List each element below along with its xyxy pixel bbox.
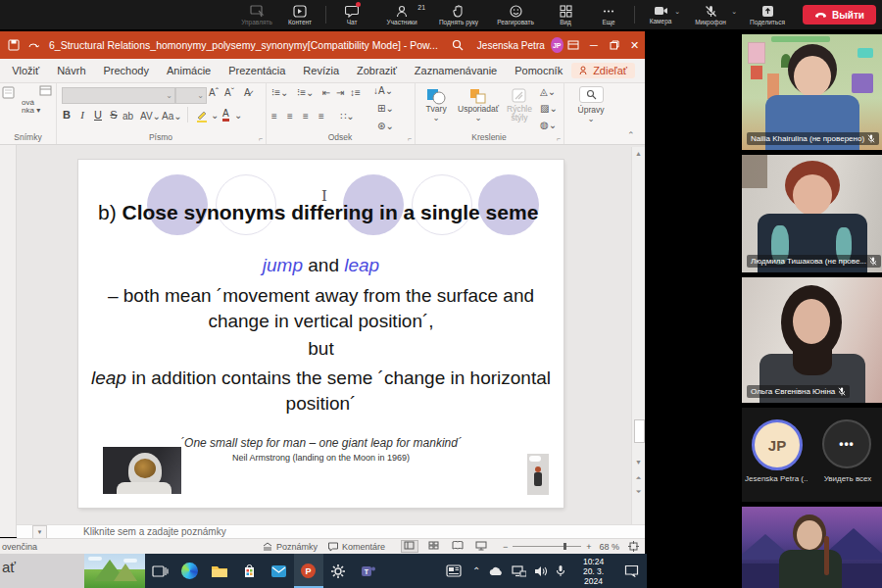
slide-title[interactable]: b) Close synonyms differing in a single … bbox=[98, 199, 549, 226]
account-name[interactable]: Jesenska Petra bbox=[477, 40, 545, 51]
widgets-news-icon[interactable] bbox=[439, 554, 468, 588]
tab-prechody[interactable]: Prechody bbox=[95, 59, 158, 83]
char-spacing-icon[interactable]: AV⌄ bbox=[140, 111, 161, 122]
underline-button[interactable]: U bbox=[91, 109, 105, 121]
video-tile-5[interactable] bbox=[742, 507, 882, 588]
tab-zaznamenavanie[interactable]: Zaznamenávanie bbox=[406, 59, 506, 83]
vertical-scrollbar[interactable]: ▲ ▼ ⏶ ⏷ bbox=[631, 147, 645, 524]
bullets-icon[interactable]: ⁝≡⌄ bbox=[271, 87, 288, 98]
comments-icon[interactable] bbox=[327, 542, 339, 552]
text-shadow-icon[interactable]: ab bbox=[122, 111, 133, 122]
camera-chevron-icon[interactable]: ⌄ bbox=[674, 8, 680, 16]
slide-thumbnail-panel[interactable] bbox=[0, 145, 17, 537]
powerpoint-taskbar-icon[interactable]: P bbox=[294, 554, 323, 588]
zoom-out-icon[interactable]: − bbox=[503, 542, 508, 552]
next-slide-icon[interactable]: ⏷ bbox=[632, 488, 645, 496]
language-indicator[interactable]: ovenčina bbox=[2, 542, 37, 552]
scroll-down-icon[interactable]: ▼ bbox=[632, 459, 645, 466]
video-tile-2[interactable]: Людмила Тишакова (не прове... bbox=[742, 155, 882, 272]
taskbar-clock[interactable]: 10:2420. 3. 2024 bbox=[569, 557, 616, 586]
tab-prezentacia[interactable]: Prezentácia bbox=[220, 59, 294, 83]
change-case-icon[interactable]: Aa⌄ bbox=[162, 111, 182, 122]
increase-indent-icon[interactable]: ⇥ bbox=[336, 87, 344, 98]
file-explorer-icon[interactable] bbox=[205, 554, 234, 588]
ribbon-display-options-button[interactable] bbox=[564, 31, 584, 59]
microsoft-store-icon[interactable] bbox=[234, 554, 264, 588]
content-button[interactable]: Контент bbox=[279, 0, 320, 29]
zoom-knob[interactable] bbox=[564, 543, 566, 550]
tab-navrh[interactable]: Návrh bbox=[48, 59, 94, 83]
notes-toggle-label[interactable]: Poznámky bbox=[276, 542, 318, 552]
speaker-icon[interactable] bbox=[530, 554, 552, 588]
mail-icon[interactable] bbox=[264, 554, 293, 588]
highlight-pen-icon[interactable] bbox=[195, 109, 209, 122]
align-center-icon[interactable]: ≡ bbox=[287, 111, 293, 122]
settings-icon[interactable] bbox=[323, 554, 353, 588]
quick-styles-button[interactable]: Rýchleštýly bbox=[503, 87, 536, 122]
columns-icon[interactable]: ∷⌄ bbox=[340, 111, 355, 122]
share-screen-button[interactable]: Поделиться bbox=[740, 0, 795, 29]
notes-pane[interactable]: ▼ Kliknite sem a zadajte poznámky bbox=[17, 524, 645, 538]
action-center-icon[interactable] bbox=[617, 554, 647, 588]
line-spacing-icon[interactable]: ↕≡ bbox=[350, 87, 361, 98]
notes-placeholder[interactable]: Kliknite sem a zadajte poznámky bbox=[83, 526, 226, 537]
save-icon[interactable] bbox=[8, 39, 20, 51]
align-text-icon[interactable]: ⊞⌄ bbox=[377, 103, 394, 114]
strikethrough-button[interactable]: S bbox=[107, 109, 121, 121]
search-icon[interactable] bbox=[452, 39, 464, 51]
previous-slide-icon[interactable]: ⏶ bbox=[632, 474, 645, 482]
react-button[interactable]: Реагировать bbox=[488, 0, 543, 29]
font-size-combo[interactable]: ⌄ bbox=[175, 87, 207, 104]
camera-button[interactable]: ⌄ Камера bbox=[640, 0, 681, 29]
smartart-convert-icon[interactable]: ⊛⌄ bbox=[377, 121, 394, 131]
see-all-label[interactable]: Увидеть всех bbox=[816, 474, 879, 483]
zoom-level[interactable]: 68 % bbox=[599, 542, 619, 552]
scrollbar-thumb[interactable] bbox=[634, 419, 645, 443]
chat-button[interactable]: Чат bbox=[331, 0, 372, 29]
astronaut-image[interactable] bbox=[103, 447, 181, 494]
editing-button[interactable]: Úpravy⌄ bbox=[574, 86, 608, 123]
slideshow-view-button[interactable] bbox=[473, 541, 489, 553]
shape-fill-icon[interactable]: ◬⌄ bbox=[540, 86, 556, 97]
slide-line-but[interactable]: but bbox=[88, 338, 554, 360]
drawing-dialog-launcher[interactable]: ⌐ bbox=[557, 135, 561, 142]
raise-hand-button[interactable]: Поднять руку bbox=[431, 0, 486, 29]
share-file-button[interactable]: Zdieľať bbox=[571, 63, 635, 78]
teams-icon[interactable]: T bbox=[353, 554, 382, 588]
justify-icon[interactable]: ≡ bbox=[318, 111, 324, 122]
microphone-chevron-icon[interactable]: ⌄ bbox=[731, 8, 737, 16]
network-display-icon[interactable] bbox=[508, 554, 530, 588]
grow-font-icon[interactable]: Aˆ bbox=[209, 87, 219, 98]
view-button[interactable]: Вид bbox=[545, 0, 586, 29]
reading-view-button[interactable] bbox=[450, 541, 466, 552]
fit-to-window-icon[interactable] bbox=[628, 541, 639, 552]
tray-microphone-icon[interactable] bbox=[552, 554, 569, 588]
collapse-ribbon-icon[interactable]: ⌃ bbox=[627, 130, 635, 140]
more-button[interactable]: Еще bbox=[588, 0, 629, 29]
shape-effects-icon[interactable]: ◍⌄ bbox=[540, 120, 557, 130]
italic-button[interactable]: I bbox=[75, 109, 89, 121]
normal-view-button[interactable] bbox=[401, 540, 418, 553]
new-slide-label[interactable]: ovánka ▾ bbox=[22, 99, 40, 115]
bold-button[interactable]: B bbox=[60, 109, 74, 121]
tab-zobrazit[interactable]: Zobraziť bbox=[348, 59, 406, 83]
jp-avatar[interactable]: JP bbox=[752, 419, 803, 470]
align-left-icon[interactable]: ≡ bbox=[271, 111, 277, 122]
shape-outline-icon[interactable]: ▨⌄ bbox=[540, 103, 558, 114]
restore-button[interactable] bbox=[604, 31, 624, 59]
leave-button[interactable]: Выйти bbox=[803, 5, 876, 24]
arrange-button[interactable]: Usporiadať⌄ bbox=[456, 87, 501, 122]
new-slide-icon[interactable] bbox=[2, 85, 17, 100]
decrease-indent-icon[interactable]: ⇤ bbox=[322, 87, 330, 98]
clear-format-icon[interactable]: A̷ bbox=[244, 87, 251, 98]
notes-collapse-icon[interactable]: ▼ bbox=[32, 525, 47, 539]
task-view-button[interactable] bbox=[145, 554, 174, 588]
participants-button[interactable]: 21 Участники bbox=[374, 0, 429, 29]
see-all-button[interactable]: ••• bbox=[822, 419, 871, 468]
zoom-in-icon[interactable]: + bbox=[586, 542, 591, 552]
font-color-icon[interactable]: A bbox=[222, 108, 229, 122]
align-right-icon[interactable]: ≡ bbox=[303, 111, 309, 122]
scroll-up-icon[interactable]: ▲ bbox=[632, 150, 645, 157]
notes-toggle-icon[interactable] bbox=[262, 542, 273, 552]
edge-browser-icon[interactable] bbox=[174, 554, 204, 588]
